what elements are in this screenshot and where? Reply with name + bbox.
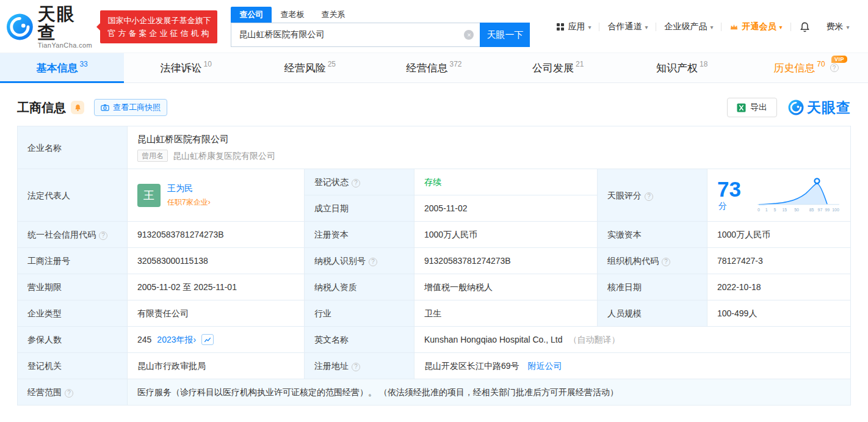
reg-authority-value: 昆山市行政审批局 — [128, 353, 305, 379]
help-icon[interactable]: ? — [369, 258, 377, 266]
svg-text:99: 99 — [825, 207, 830, 211]
help-icon[interactable]: ? — [830, 64, 839, 72]
search-tab-relation[interactable]: 查关系 — [313, 7, 353, 23]
field-label: 法定代表人 — [27, 191, 70, 200]
notification-bell[interactable] — [791, 21, 819, 33]
search-button[interactable]: 天眼一下 — [480, 23, 530, 47]
field-label: 企业名称 — [27, 143, 62, 153]
company-type-value: 有限责任公司 — [128, 300, 305, 327]
help-icon[interactable]: ? — [645, 192, 653, 201]
field-label: 天眼评分 — [607, 191, 642, 200]
reg-authority-label-cell: 登记机关 — [18, 353, 128, 379]
svg-text:50: 50 — [794, 207, 799, 211]
help-icon[interactable]: ? — [662, 258, 670, 266]
former-name-badge: 曾用名 — [137, 150, 168, 162]
approve-date-label-cell: 核准日期 — [598, 274, 707, 300]
field-label: 登记机关 — [27, 361, 62, 371]
tab-label: 法律诉讼 — [161, 61, 202, 75]
help-icon[interactable]: ? — [352, 363, 360, 371]
tab-legal-litigation[interactable]: 法律诉讼 10 — [124, 53, 248, 82]
tab-basic-info[interactable]: 基本信息 33 — [0, 53, 124, 82]
search-area: 查公司 查老板 查关系 × 天眼一下 — [231, 7, 541, 47]
field-label: 参保人数 — [27, 335, 62, 344]
industry-label-cell: 行业 — [305, 300, 414, 327]
tianyancha-logo[interactable]: 天眼查 TianYanCha.com — [6, 5, 93, 49]
org-code-label-cell: 组织机构代码? — [598, 248, 707, 274]
field-label: 注册地址 — [314, 361, 349, 371]
field-label: 统一社会信用代码 — [27, 230, 96, 239]
reg-capital-value: 1000万人民币 — [414, 222, 598, 248]
tianyancha-logo-icon — [6, 13, 34, 41]
legal-rep-name-link[interactable]: 王为民 — [167, 182, 211, 194]
taxpayer-no-value: 91320583781274273B — [414, 248, 598, 274]
insured-value-cell: 245 2023年报› — [128, 327, 305, 353]
credit-code-value: 91320583781274273B — [128, 222, 305, 248]
menu-cooperation-label: 合作通道 — [607, 21, 642, 32]
approve-date-value: 2022-10-18 — [707, 274, 851, 300]
search-input[interactable] — [231, 23, 480, 47]
tab-label: 基本信息 — [36, 61, 78, 75]
business-term-value: 2005-11-02 至 2025-11-01 — [128, 274, 305, 300]
legal-rep-companies-link[interactable]: 任职7家企业› — [167, 196, 211, 208]
company-name-value-cell: 昆山虹桥医院有限公司 曾用名 昆山虹桥康复医院有限公司 — [128, 126, 851, 169]
legal-rep-avatar[interactable]: 王 — [137, 184, 161, 207]
menu-app[interactable]: 应用 ▾ — [548, 21, 599, 32]
taxpayer-no-label-cell: 纳税人识别号? — [305, 248, 414, 274]
reg-status-value: 存续 — [424, 177, 441, 187]
menu-user-label: 费米 — [826, 21, 844, 32]
svg-text:100: 100 — [832, 207, 839, 211]
tab-count: 70 — [817, 60, 825, 68]
tab-label: 知识产权 — [656, 61, 698, 75]
tianyancha-logo-icon — [788, 100, 804, 115]
field-label: 核准日期 — [607, 282, 642, 292]
menu-open-vip[interactable]: 开通会员 ▾ — [722, 21, 790, 32]
menu-open-vip-label: 开通会员 — [742, 21, 776, 32]
search-tabs: 查公司 查老板 查关系 — [231, 7, 541, 23]
table-row-type: 企业类型 有限责任公司 行业 卫生 人员规模 100-499人 — [18, 300, 851, 327]
company-name[interactable]: 昆山虹桥医院有限公司 — [137, 133, 841, 145]
business-snapshot-button[interactable]: 查看工商快照 — [94, 99, 167, 116]
taxpayer-quality-value: 增值税一般纳税人 — [414, 274, 598, 300]
tab-company-development[interactable]: 公司发展 21 — [496, 53, 620, 82]
tab-operation-risk[interactable]: 经营风险 25 — [248, 53, 372, 82]
crown-icon — [729, 23, 739, 32]
taxpayer-quality-label-cell: 纳税人资质 — [305, 274, 414, 300]
former-name: 昆山虹桥康复医院有限公司 — [173, 150, 275, 162]
top-menu: 应用 ▾ 合作通道 ▾ 企业级产品 ▾ 开通会员 ▾ — [548, 21, 857, 33]
tianyan-score[interactable]: 73分 — [717, 178, 750, 212]
company-name-label-cell: 企业名称 — [18, 126, 128, 169]
table-row-authority: 登记机关 昆山市行政审批局 注册地址? 昆山开发区长江中路69号 附近公司 — [18, 353, 851, 379]
address-label-cell: 注册地址? — [305, 353, 414, 379]
help-icon[interactable]: ? — [99, 231, 107, 240]
menu-user[interactable]: 费米 ▾ — [819, 21, 858, 32]
table-row-insured: 参保人数 245 2023年报› 英文名称 Kunshan Hongqiao H… — [18, 327, 851, 353]
tab-operation-info[interactable]: 经营信息 372 — [372, 53, 496, 82]
help-icon[interactable]: ? — [65, 389, 73, 398]
english-name-value-cell: Kunshan Hongqiao Hospital Co., Ltd （自动翻译… — [414, 327, 851, 353]
insured-trend-icon[interactable] — [201, 334, 214, 345]
bell-icon — [799, 21, 811, 33]
menu-enterprise-product[interactable]: 企业级产品 ▾ — [656, 21, 721, 32]
tab-count: 10 — [204, 60, 212, 68]
reg-status-value-cell: 存续 — [414, 169, 598, 195]
business-snapshot-label: 查看工商快照 — [113, 102, 161, 113]
search-tab-company[interactable]: 查公司 — [231, 7, 272, 23]
nearby-companies-link[interactable]: 附近公司 — [527, 361, 562, 371]
help-icon[interactable]: ? — [352, 179, 360, 187]
export-button[interactable]: 导出 — [727, 98, 777, 117]
reg-no-label-cell: 工商注册号 — [18, 248, 128, 274]
menu-app-label: 应用 — [568, 21, 585, 32]
tab-history-info[interactable]: VIP 历史信息 70 ? — [744, 53, 868, 82]
subscribe-bell-button[interactable] — [71, 101, 84, 114]
search-tab-boss[interactable]: 查老板 — [272, 7, 313, 23]
tab-count: 18 — [700, 60, 707, 68]
menu-cooperation[interactable]: 合作通道 ▾ — [599, 21, 656, 32]
insured-count: 245 — [137, 333, 151, 346]
business-info-header: 工商信息 查看工商快照 导出 — [17, 98, 851, 117]
field-label: 行业 — [314, 308, 331, 318]
english-name-label-cell: 英文名称 — [305, 327, 414, 353]
legal-rep-companies-label: 任职7家企业 — [167, 198, 208, 206]
annual-report-link[interactable]: 2023年报› — [157, 333, 196, 346]
est-date-label-cell: 成立日期 — [305, 195, 414, 222]
tab-intellectual-property[interactable]: 知识产权 18 — [620, 53, 744, 82]
